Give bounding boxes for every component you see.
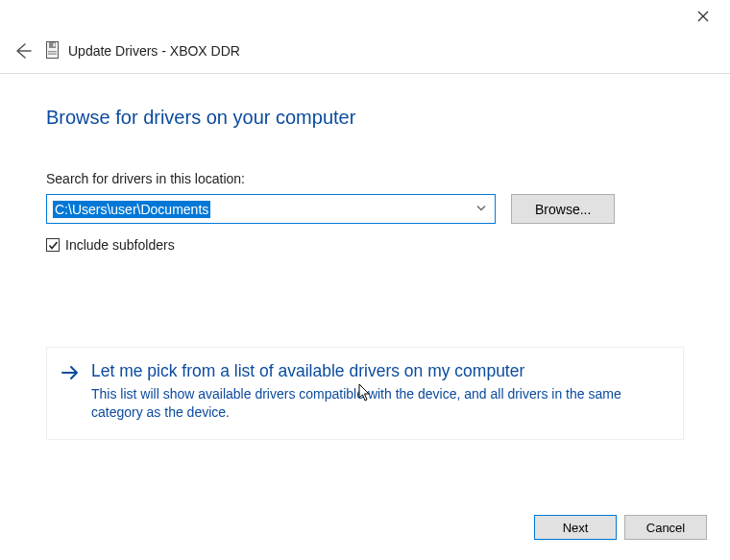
back-arrow-icon[interactable]: [12, 40, 33, 61]
path-value: C:\Users\user\Documents: [53, 201, 210, 218]
window-title: Update Drivers - XBOX DDR: [68, 43, 240, 59]
page-heading: Browse for drivers on your computer: [46, 107, 684, 129]
include-subfolders-checkbox[interactable]: [46, 238, 60, 252]
close-icon[interactable]: [692, 4, 715, 31]
wizard-header: Update Drivers - XBOX DDR: [0, 35, 730, 74]
svg-rect-4: [48, 53, 57, 54]
arrow-right-icon: [61, 365, 80, 422]
chevron-down-icon: [475, 202, 487, 216]
search-location-label: Search for drivers in this location:: [46, 171, 684, 186]
pick-from-list-option[interactable]: Let me pick from a list of available dri…: [46, 347, 684, 440]
svg-rect-2: [54, 43, 56, 47]
disk-icon: [46, 41, 59, 61]
browse-button[interactable]: Browse...: [511, 194, 615, 224]
next-button[interactable]: Next: [534, 515, 617, 540]
wizard-footer: Next Cancel: [0, 508, 730, 560]
pick-from-list-title: Let me pick from a list of available dri…: [91, 361, 648, 381]
cancel-button[interactable]: Cancel: [624, 515, 707, 540]
include-subfolders-label[interactable]: Include subfolders: [65, 237, 175, 253]
svg-rect-3: [48, 51, 57, 52]
path-combobox[interactable]: C:\Users\user\Documents: [46, 194, 496, 224]
pick-from-list-description: This list will show available drivers co…: [91, 385, 648, 422]
